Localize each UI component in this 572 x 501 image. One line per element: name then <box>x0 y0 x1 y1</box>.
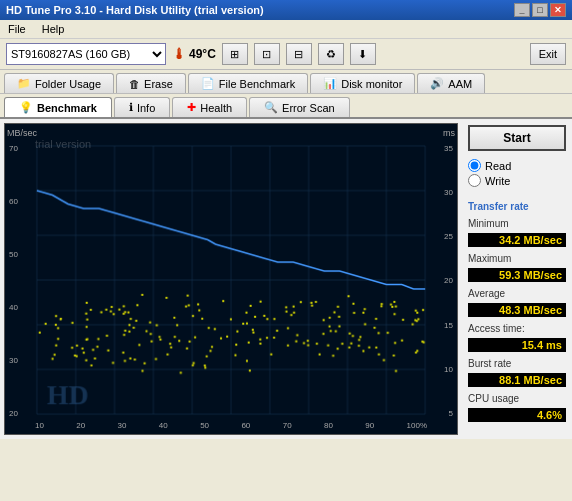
maximum-value: 59.3 MB/sec <box>468 268 566 282</box>
aam-icon: 🔊 <box>430 77 444 90</box>
mode-radio-group: Read Write <box>468 159 566 187</box>
y-axis-label: MB/sec <box>7 128 37 138</box>
menu-help[interactable]: Help <box>38 22 69 36</box>
disk-selector[interactable]: ST9160827AS (160 GB) <box>6 43 166 65</box>
menu-bar: File Help <box>0 20 572 39</box>
temperature-icon: 🌡 <box>172 46 186 62</box>
exit-button[interactable]: Exit <box>530 43 566 65</box>
info-icon: ℹ <box>129 101 133 114</box>
health-icon: ✚ <box>187 101 196 114</box>
tab-disk-monitor[interactable]: 📊 Disk monitor <box>310 73 415 93</box>
access-time-label: Access time: <box>468 323 566 334</box>
top-tab-bar: 📁 Folder Usage 🗑 Erase 📄 File Benchmark … <box>0 70 572 94</box>
tab-error-scan[interactable]: 🔍 Error Scan <box>249 97 350 117</box>
tab-file-benchmark[interactable]: 📄 File Benchmark <box>188 73 308 93</box>
minimum-label: Minimum <box>468 218 566 229</box>
minimum-value: 34.2 MB/sec <box>468 233 566 247</box>
toolbar-btn-4[interactable]: ♻ <box>318 43 344 65</box>
window-title: HD Tune Pro 3.10 - Hard Disk Utility (tr… <box>6 4 264 16</box>
cpu-value: 4.6% <box>468 408 566 422</box>
tab-health[interactable]: ✚ Health <box>172 97 247 117</box>
minimize-button[interactable]: _ <box>514 3 530 17</box>
bottom-tab-bar: 💡 Benchmark ℹ Info ✚ Health 🔍 Error Scan <box>0 94 572 119</box>
average-value: 48.3 MB/sec <box>468 303 566 317</box>
file-icon: 📄 <box>201 77 215 90</box>
write-radio[interactable]: Write <box>468 174 566 187</box>
erase-icon: 🗑 <box>129 78 140 90</box>
average-label: Average <box>468 288 566 299</box>
burst-rate-label: Burst rate <box>468 358 566 369</box>
main-content: MB/sec ms trial version 706050403020 353… <box>0 119 572 439</box>
toolbar-btn-3[interactable]: ⊟ <box>286 43 312 65</box>
access-time-value: 15.4 ms <box>468 338 566 352</box>
maximize-button[interactable]: □ <box>532 3 548 17</box>
toolbar-btn-5[interactable]: ⬇ <box>350 43 376 65</box>
watermark: trial version <box>35 138 91 150</box>
transfer-rate-title: Transfer rate <box>468 201 566 212</box>
folder-icon: 📁 <box>17 77 31 90</box>
chart-area: MB/sec ms trial version 706050403020 353… <box>4 123 458 435</box>
temperature-display: 🌡 49°C <box>172 46 216 62</box>
window-controls: _ □ ✕ <box>514 3 566 17</box>
sidebar: Start Read Write Transfer rate Minimum 3… <box>462 119 572 439</box>
toolbar: ST9160827AS (160 GB) 🌡 49°C ⊞ ⊡ ⊟ ♻ ⬇ Ex… <box>0 39 572 70</box>
toolbar-btn-1[interactable]: ⊞ <box>222 43 248 65</box>
burst-rate-value: 88.1 MB/sec <box>468 373 566 387</box>
tab-folder-usage[interactable]: 📁 Folder Usage <box>4 73 114 93</box>
temperature-value: 49°C <box>189 47 216 61</box>
start-button[interactable]: Start <box>468 125 566 151</box>
monitor-icon: 📊 <box>323 77 337 90</box>
menu-file[interactable]: File <box>4 22 30 36</box>
maximum-label: Maximum <box>468 253 566 264</box>
tab-aam[interactable]: 🔊 AAM <box>417 73 485 93</box>
close-button[interactable]: ✕ <box>550 3 566 17</box>
bulb-icon: 💡 <box>19 101 33 114</box>
tab-erase[interactable]: 🗑 Erase <box>116 73 186 93</box>
tab-benchmark[interactable]: 💡 Benchmark <box>4 97 112 117</box>
cpu-label: CPU usage <box>468 393 566 404</box>
y2-axis-label: ms <box>443 128 455 138</box>
scan-icon: 🔍 <box>264 101 278 114</box>
tab-info[interactable]: ℹ Info <box>114 97 170 117</box>
toolbar-btn-2[interactable]: ⊡ <box>254 43 280 65</box>
title-bar: HD Tune Pro 3.10 - Hard Disk Utility (tr… <box>0 0 572 20</box>
read-radio[interactable]: Read <box>468 159 566 172</box>
